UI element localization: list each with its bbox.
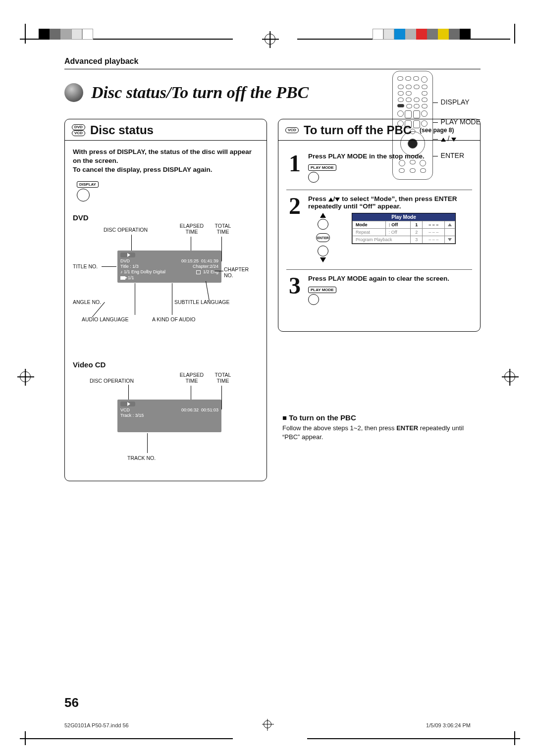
pbc-title: To turn off the PBC [304,123,412,137]
menu-row: Repeat : Off 2 – – – [353,229,455,236]
footer-date: 1/5/09 3:06:24 PM [426,722,471,728]
vcd-heading: Video CD [73,360,259,369]
vcd-badge: VCD [285,127,299,133]
osd-angle: 1/1 [128,275,134,280]
osd-title: Title : 1/3 [120,264,139,269]
osd-dvd-total: 01:41:39 [201,258,218,263]
manual-page: Advanced playback Disc status/To turn of… [0,0,535,756]
vcd-lbl-disc-operation: DISC OPERATION [90,378,134,384]
registration-target-left [20,371,31,382]
page-title: Disc status/To turn off the PBC [91,83,309,102]
footer-file: 52G0101A P50-57.indd 56 [64,722,129,728]
dvd-osd: DVD 00:15:25 01:41:39 Title : 1/3 Chapte… [117,251,221,283]
lbl-subtitle-lang: SUBTITLE LANGUAGE [174,299,229,305]
vcd-badge: VCD [72,130,85,136]
dvd-osd-diagram: DISC OPERATION ELAPSED TIME TOTAL TIME D… [73,225,259,349]
step-number: 3 [286,275,303,305]
step-3: 3 Press PLAY MODE again to clear the scr… [286,270,472,312]
registration-target-top [265,34,275,45]
note-body: Follow the above steps 1~2, then press E… [282,424,481,441]
remote-label-display: DISPLAY [438,96,481,108]
step-2: 2 Press / to select “Mode”, then press E… [286,190,472,270]
vcd-lbl-track-no: TRACK NO. [127,455,156,461]
lbl-elapsed: ELAPSED TIME [177,223,207,235]
step-2-text: Press / to select “Mode”, then press ENT… [308,195,472,210]
step-3-text: Press PLAY MODE again to clear the scree… [308,275,472,282]
pbc-note: To turn on the PBC Follow the above step… [282,403,481,441]
playmode-keycap: PLAY MODE [308,164,336,171]
step-number: 1 [286,152,303,183]
play-icon [120,252,135,257]
lbl-angle-no: ANGLE NO. [73,299,101,305]
menu-title: Play Mode [352,213,455,221]
footer: 52G0101A P50-57.indd 56 1/5/09 3:06:24 P… [64,722,471,728]
playmode-menu: Play Mode Mode : Off 1 – – – [352,213,456,244]
disc-status-panel: DVD VCD Disc status With press of DISPLA… [64,119,267,481]
osd-audio: 1/1 Eng Dolby Digital [124,269,165,274]
page-number: 56 [64,695,79,710]
title-bullet-icon [64,83,83,102]
display-keycap: DISPLAY [77,181,99,188]
lbl-kind-audio: A KIND OF AUDIO [152,316,196,322]
note-heading: To turn on the PBC [282,413,481,422]
enter-button-icon: ENTER [316,233,330,242]
pbc-panel: VCD To turn off the PBC (see page 8) 1 P… [278,119,481,332]
display-button-icon [77,189,90,202]
color-swatches-left [39,29,93,40]
step-1: 1 Press PLAY MODE in the stop mode. PLAY… [286,148,472,190]
lbl-audio-lang: AUDIO LANGUAGE [82,316,129,322]
step-number: 2 [286,195,303,262]
registration-target-right [504,371,515,382]
disc-badges: DVD VCD [72,124,85,136]
vcd-lbl-elapsed: ELAPSED TIME [177,372,207,384]
display-key: DISPLAY [77,179,259,202]
dvd-badge: DVD [72,124,85,130]
crop-marks-top [20,29,520,43]
step-1-text: Press PLAY MODE in the stop mode. [308,152,472,160]
disc-status-intro: With press of DISPLAY, the status of the… [73,148,259,175]
direction-pad-icon: ENTER [308,213,338,262]
lbl-disc-operation: DISC OPERATION [104,227,148,233]
vcd-lbl-total: TOTAL TIME [211,372,235,384]
breadcrumb: Advanced playback [64,57,481,69]
dvd-heading: DVD [73,213,259,222]
subtitle-icon [196,270,201,274]
lbl-chapter-no: CHAPTER NO. [224,266,259,278]
osd-dvd-elapsed: 00:15:25 [181,258,199,263]
camera-icon [120,276,125,280]
osd-vcd-elapsed: 00:06:32 [181,407,199,412]
playmode-keycap: PLAY MODE [308,287,336,293]
vcd-osd: VCD 00:06:32 00:51:03 Track : 3/15 [117,400,221,432]
registration-target-bottom [264,720,271,728]
osd-vcd-track: Track : 3/15 [120,413,218,418]
color-swatches-right [373,29,471,40]
vcd-osd-diagram: DISC OPERATION ELAPSED TIME TOTAL TIME V… [73,372,259,471]
disc-status-title: Disc status [90,123,154,137]
menu-row: Mode : Off 1 – – – [353,221,455,229]
osd-vcd-type: VCD [120,407,130,413]
osd-vcd-total: 00:51:03 [201,407,218,412]
see-page: (see page 8) [420,127,454,134]
osd-dvd-type: DVD [120,258,130,264]
playmode-button-icon [308,172,319,183]
pbc-steps: 1 Press PLAY MODE in the stop mode. PLAY… [286,148,472,312]
lbl-title-no: TITLE NO. [73,263,98,269]
play-icon [120,402,135,406]
osd-chapter: Chapter:2/24 [193,264,218,269]
crop-marks-bottom [20,731,520,741]
playmode-button-icon [308,294,319,305]
lbl-total: TOTAL TIME [211,223,235,235]
menu-row: Program Playback 3 – – – [353,236,455,244]
